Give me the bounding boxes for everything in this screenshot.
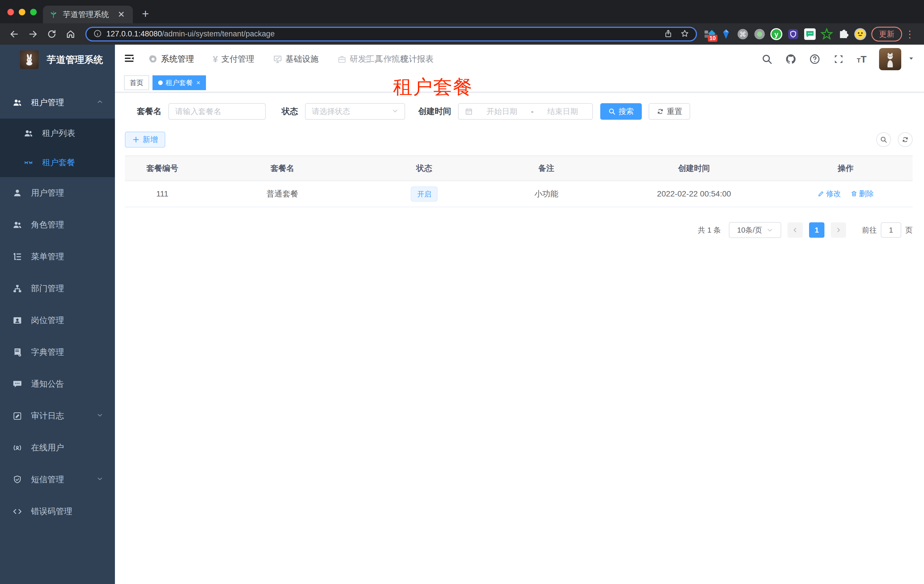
- add-button[interactable]: 新增: [125, 132, 165, 148]
- sidebar-menu: 租户管理 租户列表: [0, 75, 115, 527]
- home-icon[interactable]: [63, 27, 78, 41]
- extension-purple-shield-icon[interactable]: [787, 28, 800, 41]
- sidebar-item-menu-management[interactable]: 菜单管理: [0, 241, 115, 273]
- extension-green-y-icon[interactable]: y: [770, 28, 783, 41]
- forward-icon[interactable]: [26, 27, 40, 41]
- tag-tenant-package[interactable]: 租户套餐 ×: [152, 75, 206, 90]
- browser-tab[interactable]: 芋道管理系统 ✕: [43, 6, 133, 23]
- extension-emoji-icon[interactable]: [854, 28, 867, 41]
- sidebar-item-sms-management[interactable]: 短信管理: [0, 464, 115, 495]
- cell-package-name: 普通套餐: [200, 181, 365, 207]
- sidebar-item-user-management[interactable]: 用户管理: [0, 177, 115, 209]
- extension-green-chat-icon[interactable]: [804, 28, 817, 41]
- chrome-update-button[interactable]: 更新: [871, 27, 902, 41]
- tag-home[interactable]: 首页: [124, 75, 149, 90]
- org-chart-icon: [12, 283, 23, 294]
- show-search-toggle-icon[interactable]: [876, 132, 891, 147]
- delete-link[interactable]: 删除: [851, 189, 874, 199]
- prev-page-button[interactable]: [787, 222, 803, 238]
- package-name-input[interactable]: 请输入套餐名: [168, 103, 266, 120]
- edit-link[interactable]: 修改: [818, 189, 841, 199]
- sidebar-item-online-users[interactable]: 在线用户: [0, 432, 115, 464]
- sidebar-item-label: 租户套餐: [42, 157, 75, 168]
- extension-gray-green-dot-icon[interactable]: [753, 28, 766, 41]
- search-button[interactable]: 搜索: [600, 103, 642, 120]
- extension-green-star-icon[interactable]: [820, 28, 833, 41]
- minimize-window-button[interactable]: [19, 9, 25, 15]
- extension-command-icon[interactable]: ⌘: [736, 28, 749, 41]
- date-range-picker[interactable]: 开始日期 - 结束日期: [458, 103, 593, 120]
- goto-page-input[interactable]: [881, 222, 901, 238]
- app-title: 芋道管理系统: [47, 53, 103, 66]
- macos-traffic-lights: [7, 9, 37, 15]
- url-host: 127.0.0.1:48080: [106, 30, 162, 38]
- chevron-down-icon: [392, 107, 398, 116]
- share-icon[interactable]: [664, 29, 673, 39]
- monitor-check-icon: [273, 54, 282, 64]
- top-nav-payment[interactable]: ¥ 支付管理: [213, 53, 254, 65]
- sidebar-item-label: 在线用户: [31, 442, 64, 454]
- sidebar-logo[interactable]: 芋道管理系统: [0, 44, 115, 75]
- tag-label: 租户套餐: [165, 78, 193, 87]
- avatar-caret-icon[interactable]: [908, 56, 914, 63]
- page-number-1[interactable]: 1: [809, 222, 825, 238]
- briefcase-icon: [337, 54, 346, 64]
- sidebar-item-tenant-package[interactable]: 租户套餐: [0, 148, 115, 177]
- active-dot: [158, 81, 163, 85]
- fullscreen-icon[interactable]: [833, 53, 844, 65]
- tab-close-icon[interactable]: ✕: [116, 10, 127, 19]
- sidebar-item-audit-log[interactable]: 审计日志: [0, 400, 115, 432]
- close-window-button[interactable]: [7, 9, 14, 15]
- main-area: 租户套餐 系统管理 ¥ 支付管理: [115, 44, 924, 584]
- sidebar-collapse-icon[interactable]: [124, 53, 137, 66]
- table-header-row: 套餐编号 套餐名 状态 备注 创建时间 操作: [125, 156, 912, 181]
- page-size-select[interactable]: 10条/页: [729, 222, 781, 238]
- zoom-window-button[interactable]: [30, 9, 37, 15]
- back-icon[interactable]: [7, 27, 21, 41]
- top-nav-dev-tools[interactable]: 研发工具: [337, 56, 344, 63]
- sidebar-item-dict-management[interactable]: 字典管理: [0, 336, 115, 368]
- message-icon: [12, 379, 23, 389]
- url-bar[interactable]: 127.0.0.1:48080/admin-ui/system/tenant/p…: [85, 27, 697, 41]
- sidebar-item-post-management[interactable]: 岗位管理: [0, 304, 115, 336]
- cell-actions: 修改 删除: [779, 181, 912, 207]
- bookmark-star-icon[interactable]: [680, 29, 689, 39]
- top-nav-reports[interactable]: 统计报表: [388, 53, 434, 65]
- reload-icon[interactable]: [45, 27, 59, 41]
- search-icon[interactable]: [761, 53, 773, 65]
- sidebar-item-label: 岗位管理: [31, 315, 64, 326]
- sidebar-item-role-management[interactable]: 角色管理: [0, 209, 115, 241]
- sidebar-item-label: 部门管理: [31, 283, 64, 294]
- top-nav-system[interactable]: 系统管理: [148, 53, 194, 65]
- next-page-button[interactable]: [831, 222, 846, 238]
- sidebar-item-label: 字典管理: [31, 347, 64, 358]
- sidebar-item-tenant-list[interactable]: 租户列表: [0, 118, 115, 148]
- sidebar-item-notice[interactable]: 通知公告: [0, 368, 115, 400]
- reset-button[interactable]: 重置: [648, 103, 690, 120]
- col-header-actions: 操作: [779, 156, 912, 181]
- top-nav-label: 系统管理: [161, 53, 194, 65]
- sidebar-item-dept-management[interactable]: 部门管理: [0, 273, 115, 304]
- extension-puzzle-icon[interactable]: [837, 28, 850, 41]
- tag-label: 首页: [130, 78, 144, 87]
- table-row: 111 普通套餐 开启 小功能 2022-02-22 00:54:00 修改: [125, 181, 912, 207]
- browser-menu-icon[interactable]: ⋮: [905, 28, 915, 40]
- package-table: 套餐编号 套餐名 状态 备注 创建时间 操作 111 普通套餐: [125, 156, 912, 207]
- sidebar-item-tenant-management[interactable]: 租户管理: [0, 87, 115, 118]
- sidebar-item-label: 租户列表: [42, 128, 75, 139]
- navbar-right: TT: [761, 48, 924, 70]
- extension-grid-diamond-icon[interactable]: 10: [703, 28, 716, 41]
- status-select[interactable]: 请选择状态: [305, 103, 405, 120]
- help-icon[interactable]: [809, 53, 820, 65]
- new-tab-button[interactable]: +: [139, 8, 152, 20]
- refresh-table-icon[interactable]: [898, 132, 912, 147]
- avatar[interactable]: [879, 48, 901, 70]
- sidebar-item-error-code[interactable]: 错误码管理: [0, 495, 115, 527]
- top-nav-infrastructure[interactable]: 基础设施: [273, 53, 318, 65]
- extension-blue-gem-icon[interactable]: [719, 28, 733, 41]
- top-nav-workflow[interactable]: 工作流程: [363, 56, 369, 63]
- github-icon[interactable]: [785, 53, 797, 65]
- tag-close-icon[interactable]: ×: [196, 79, 200, 86]
- page-info-icon[interactable]: [93, 29, 102, 39]
- font-size-icon[interactable]: TT: [857, 54, 866, 64]
